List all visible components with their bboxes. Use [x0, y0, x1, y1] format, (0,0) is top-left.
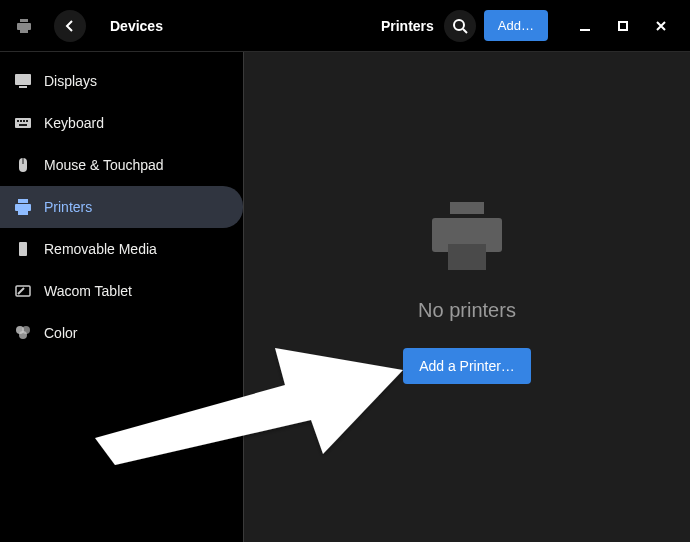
- minimize-button[interactable]: [572, 13, 598, 39]
- add-button[interactable]: Add…: [484, 10, 548, 41]
- svg-rect-16: [18, 199, 28, 203]
- removable-icon: [14, 240, 32, 258]
- sidebar: Displays Keyboard Mouse & Touchpad Print…: [0, 52, 244, 542]
- sidebar-item-label: Removable Media: [44, 241, 157, 257]
- svg-rect-6: [15, 74, 31, 85]
- app-title: Devices: [110, 18, 163, 34]
- svg-rect-11: [23, 120, 25, 122]
- sidebar-item-label: Mouse & Touchpad: [44, 157, 164, 173]
- empty-state-title: No printers: [418, 299, 516, 322]
- sidebar-item-removable[interactable]: Removable Media: [0, 228, 243, 270]
- svg-rect-7: [19, 86, 27, 88]
- sidebar-item-label: Displays: [44, 73, 97, 89]
- main-panel: No printers Add a Printer…: [244, 52, 690, 542]
- svg-rect-20: [16, 286, 30, 296]
- search-button[interactable]: [444, 10, 476, 42]
- headerbar-left: Devices: [8, 10, 163, 42]
- svg-rect-9: [17, 120, 19, 122]
- svg-rect-4: [580, 29, 590, 31]
- svg-rect-0: [20, 19, 28, 22]
- sidebar-item-color[interactable]: Color: [0, 312, 243, 354]
- svg-rect-5: [619, 22, 627, 30]
- close-button[interactable]: [648, 13, 674, 39]
- keyboard-icon: [14, 114, 32, 132]
- printer-icon: [14, 198, 32, 216]
- printer-status-icon[interactable]: [8, 10, 40, 42]
- svg-rect-12: [26, 120, 28, 122]
- displays-icon: [14, 72, 32, 90]
- back-button[interactable]: [54, 10, 86, 42]
- svg-rect-26: [448, 244, 486, 270]
- sidebar-item-displays[interactable]: Displays: [0, 60, 243, 102]
- svg-rect-2: [20, 28, 28, 33]
- svg-point-3: [454, 20, 464, 30]
- printer-empty-icon: [422, 202, 512, 281]
- svg-rect-13: [19, 124, 27, 126]
- sidebar-item-wacom[interactable]: Wacom Tablet: [0, 270, 243, 312]
- sidebar-item-printers[interactable]: Printers: [0, 186, 243, 228]
- svg-rect-19: [19, 242, 27, 256]
- page-title: Printers: [381, 18, 434, 34]
- svg-rect-8: [15, 118, 31, 128]
- svg-rect-24: [450, 202, 484, 214]
- sidebar-item-keyboard[interactable]: Keyboard: [0, 102, 243, 144]
- tablet-icon: [14, 282, 32, 300]
- svg-point-23: [19, 331, 27, 339]
- maximize-button[interactable]: [610, 13, 636, 39]
- sidebar-item-label: Color: [44, 325, 77, 341]
- svg-rect-18: [18, 209, 28, 215]
- mouse-icon: [14, 156, 32, 174]
- color-icon: [14, 324, 32, 342]
- body: Displays Keyboard Mouse & Touchpad Print…: [0, 52, 690, 542]
- svg-rect-10: [20, 120, 22, 122]
- headerbar: Devices Printers Add…: [0, 0, 690, 52]
- sidebar-item-mouse[interactable]: Mouse & Touchpad: [0, 144, 243, 186]
- window-controls: [572, 13, 674, 39]
- add-printer-button[interactable]: Add a Printer…: [403, 348, 531, 384]
- sidebar-item-label: Keyboard: [44, 115, 104, 131]
- sidebar-item-label: Printers: [44, 199, 92, 215]
- sidebar-item-label: Wacom Tablet: [44, 283, 132, 299]
